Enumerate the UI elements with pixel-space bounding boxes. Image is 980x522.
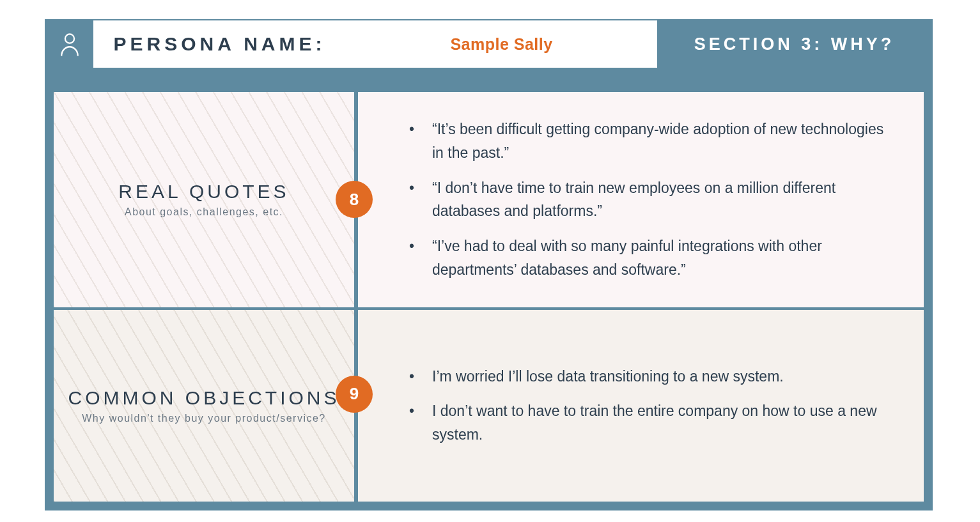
row-subtitle: About goals, challenges, etc. bbox=[113, 206, 295, 218]
list-item: “I’ve had to deal with so many painful i… bbox=[409, 234, 888, 282]
row-title: REAL QUOTES bbox=[107, 181, 300, 203]
persona-card: PERSONA NAME: Sample Sally SECTION 3: WH… bbox=[45, 19, 933, 510]
list-item: I don’t want to have to train the entire… bbox=[409, 399, 888, 447]
row-common-objections: COMMON OBJECTIONS Why wouldn't they buy … bbox=[54, 307, 924, 502]
persona-name-field: PERSONA NAME: Sample Sally bbox=[93, 20, 657, 68]
row-content-pane: “It’s been difficult getting company-wid… bbox=[358, 92, 924, 307]
step-badge: 9 bbox=[337, 377, 371, 411]
list-item: “I don’t have time to train new employee… bbox=[409, 176, 888, 224]
row-subtitle: Why wouldn't they buy your product/servi… bbox=[70, 413, 337, 424]
persona-name-label: PERSONA NAME: bbox=[93, 33, 346, 55]
row-heading-pane: REAL QUOTES About goals, challenges, etc… bbox=[54, 92, 358, 307]
step-badge: 8 bbox=[337, 182, 371, 217]
content-rows: REAL QUOTES About goals, challenges, etc… bbox=[54, 92, 924, 502]
person-icon bbox=[59, 31, 81, 57]
person-icon-cell bbox=[46, 20, 93, 68]
svg-point-0 bbox=[65, 34, 74, 43]
row-real-quotes: REAL QUOTES About goals, challenges, etc… bbox=[54, 92, 924, 307]
row-heading-pane: COMMON OBJECTIONS Why wouldn't they buy … bbox=[54, 310, 358, 502]
row-content-pane: I’m worried I’ll lose data transitioning… bbox=[358, 310, 924, 502]
section-title: SECTION 3: WHY? bbox=[657, 20, 931, 68]
list-item: “It’s been difficult getting company-wid… bbox=[409, 118, 888, 165]
persona-name-value: Sample Sally bbox=[346, 35, 657, 54]
row-title: COMMON OBJECTIONS bbox=[56, 387, 351, 409]
list-item: I’m worried I’ll lose data transitioning… bbox=[409, 365, 888, 388]
header-row: PERSONA NAME: Sample Sally SECTION 3: WH… bbox=[46, 20, 931, 68]
